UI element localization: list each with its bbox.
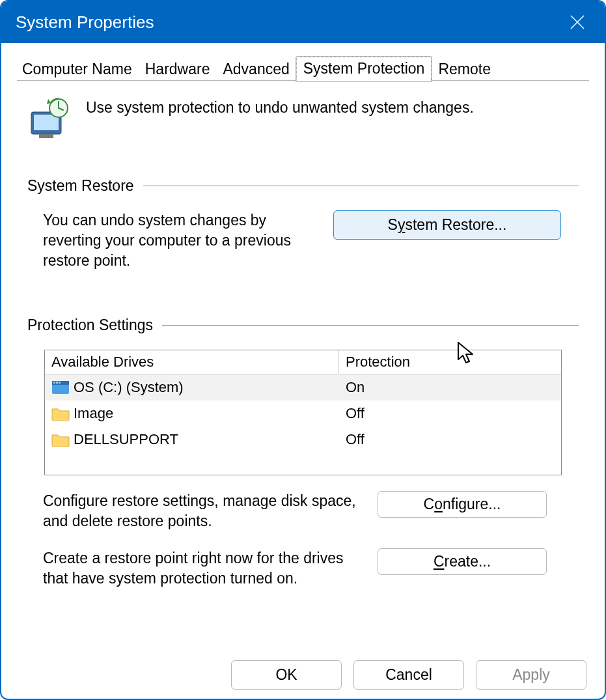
system-restore-button[interactable]: System Restore... <box>333 210 561 240</box>
protection-settings-legend: Protection Settings <box>27 316 153 334</box>
tab-system-protection[interactable]: System Protection <box>296 57 432 81</box>
drive-protection: Off <box>339 431 561 448</box>
create-row: Create a restore point right now for the… <box>27 548 579 589</box>
folder-icon <box>51 432 70 447</box>
cancel-button[interactable]: Cancel <box>353 660 464 690</box>
tab-remote[interactable]: Remote <box>432 58 497 81</box>
drives-header: Available Drives Protection <box>45 350 561 374</box>
apply-button[interactable]: Apply <box>476 660 586 690</box>
configure-button[interactable]: Configure... <box>378 491 547 518</box>
ok-button[interactable]: OK <box>231 660 342 690</box>
divider <box>162 325 579 326</box>
intro-text: Use system protection to undo unwanted s… <box>86 98 474 117</box>
titlebar: System Properties <box>1 1 605 43</box>
system-properties-window: System Properties Computer Name Hardware… <box>0 0 606 700</box>
group-protection-settings: Protection Settings <box>27 316 579 334</box>
drive-protection: On <box>339 379 561 396</box>
drive-row[interactable]: DELLSUPPORT Off <box>45 427 561 453</box>
drive-name: DELLSUPPORT <box>74 431 178 448</box>
drives-listview[interactable]: Available Drives Protection OS (C:) (Sys… <box>44 350 562 475</box>
tabstrip: Computer Name Hardware Advanced System P… <box>1 43 605 81</box>
tab-hardware[interactable]: Hardware <box>139 58 217 81</box>
tab-body: Use system protection to undo unwanted s… <box>1 81 605 699</box>
col-available-drives[interactable]: Available Drives <box>45 350 339 374</box>
create-desc: Create a restore point right now for the… <box>43 548 368 589</box>
drives-empty-area <box>45 453 561 475</box>
drive-name: Image <box>74 405 113 422</box>
system-protection-icon <box>27 98 73 139</box>
dialog-button-bar: OK Cancel Apply <box>231 660 586 690</box>
configure-row: Configure restore settings, manage disk … <box>27 491 579 531</box>
svg-rect-2 <box>39 134 53 138</box>
drive-row[interactable]: OS (C:) (System) On <box>45 374 561 400</box>
svg-rect-8 <box>59 382 61 384</box>
divider <box>143 186 579 186</box>
svg-rect-4 <box>52 384 69 394</box>
close-icon <box>569 14 586 31</box>
system-restore-legend: System Restore <box>27 177 134 195</box>
drive-protection: Off <box>339 405 561 422</box>
intro: Use system protection to undo unwanted s… <box>27 98 579 139</box>
svg-rect-7 <box>56 382 58 384</box>
drive-name: OS (C:) (System) <box>74 379 184 396</box>
create-button[interactable]: Create... <box>378 548 547 575</box>
system-drive-icon <box>51 380 70 395</box>
system-restore-row: You can undo system changes by reverting… <box>27 210 579 271</box>
close-button[interactable] <box>566 10 589 34</box>
group-system-restore: System Restore <box>27 177 579 195</box>
configure-desc: Configure restore settings, manage disk … <box>43 491 368 531</box>
tab-advanced[interactable]: Advanced <box>216 58 296 81</box>
system-restore-desc: You can undo system changes by reverting… <box>43 210 316 271</box>
folder-icon <box>51 406 70 421</box>
window-title: System Properties <box>16 12 154 33</box>
drive-row[interactable]: Image Off <box>45 400 561 427</box>
col-protection[interactable]: Protection <box>339 350 561 374</box>
svg-rect-6 <box>53 382 55 384</box>
tab-computer-name[interactable]: Computer Name <box>16 58 139 81</box>
